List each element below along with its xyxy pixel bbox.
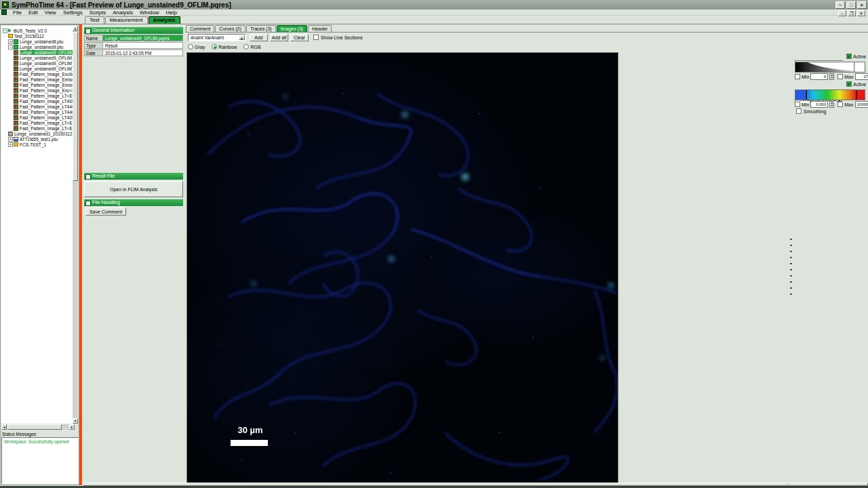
scroll-down-icon[interactable]: ▼ — [73, 418, 78, 424]
menu-settings[interactable]: Settings — [60, 9, 86, 16]
lifetime-max-marker[interactable] — [856, 90, 857, 100]
tree-item-label: Test_20150112 — [14, 34, 44, 39]
tree-item[interactable]: +Lunge_unstained8.ptu — [1, 39, 75, 44]
tree-item[interactable]: +FCS-TEST_1 — [1, 142, 75, 147]
show-line-sections-checkbox[interactable] — [313, 35, 319, 40]
save-comment-button[interactable]: Save Comment — [85, 207, 126, 216]
tree-expander-icon[interactable]: + — [8, 142, 13, 147]
scroll-right-icon[interactable]: ► — [69, 424, 75, 430]
tree-item[interactable]: Fast_Pattern_Image_LT440.p — [1, 104, 75, 109]
maximize-icon[interactable]: □ — [846, 1, 856, 9]
menu-file[interactable]: File — [9, 9, 25, 16]
tree-item-label: Lunge_unstained9_OFLIM_1. — [20, 56, 75, 60]
radio-gray[interactable]: Gray — [188, 44, 205, 49]
ptu-icon — [14, 39, 18, 44]
tree-item[interactable]: Test_20150112 — [1, 33, 75, 39]
tree-horizontal-scrollbar[interactable]: ◄ ► — [1, 424, 75, 430]
radio-rgb[interactable]: RGB — [243, 44, 260, 49]
radio-icon[interactable] — [212, 44, 217, 49]
events-min-checkbox[interactable] — [795, 74, 800, 79]
events-max-checkbox[interactable] — [837, 74, 843, 79]
lifetime-active-checkbox[interactable]: ✓ — [846, 81, 852, 87]
tree-item[interactable]: Fast_Pattern_Image_Emissio — [1, 82, 75, 87]
tree-item[interactable]: Fast_Pattern_Image_LT405<E — [1, 115, 75, 120]
title-bar: SymPhoTime 64 - [Fast Preview of Lunge_u… — [0, 0, 868, 9]
tree-item-label: Fast_Pattern_Image_Emissio — [20, 83, 75, 87]
tree-expander-icon[interactable]: + — [8, 39, 13, 44]
clear-button[interactable]: Clear — [290, 34, 309, 41]
tree-item-label: FCS-TEST_1 — [20, 142, 46, 147]
general-information-header[interactable]: General Information — [84, 27, 183, 34]
result-icon — [14, 61, 18, 66]
lifetime-max-checkbox[interactable] — [837, 102, 843, 107]
scroll-left-icon[interactable]: ◄ — [1, 424, 7, 430]
tree-item-label: ATTO655_test1.ptu — [20, 137, 58, 142]
tree-item[interactable]: Fast_Pattern_Image_Emissio — [1, 77, 75, 82]
hscroll-thumb[interactable] — [7, 424, 62, 430]
mdi-minimize-icon[interactable]: ─ — [838, 10, 846, 16]
tree-item[interactable]: Fast_Pattern_Image_LT<Em< — [1, 125, 75, 131]
status-messages-label: Status Messages: — [2, 432, 37, 436]
tree-item[interactable]: Fast_Pattern_Image_LT440<E — [1, 109, 75, 115]
tree-item[interactable]: Fast_Pattern_Image_LT<Em_ — [1, 93, 75, 98]
mdi-restore-icon[interactable]: ❐ — [848, 10, 856, 16]
pattern-dropdown[interactable]: AnaInt VarAnaInt ▼ — [188, 34, 246, 41]
radio-label: Rainbow — [218, 45, 237, 49]
lifetime-min-marker[interactable] — [806, 90, 807, 100]
tree-item[interactable]: Fast_Pattern_Image_Excitatio — [1, 71, 75, 77]
events-max-input[interactable]: 276 — [855, 73, 868, 80]
tree-item[interactable]: Fast_Pattern_Image_LT<Exc. — [1, 120, 75, 125]
tree-expander-icon[interactable]: + — [8, 137, 13, 142]
vscroll-thumb[interactable] — [73, 32, 78, 181]
add-all-button[interactable]: Add all — [270, 34, 288, 41]
radio-icon[interactable] — [243, 44, 249, 49]
add-button[interactable]: Add — [250, 34, 268, 41]
tree-item[interactable]: −Lunge_unstained9.ptu — [1, 44, 75, 49]
lifetime-max-input[interactable]: 100000 — [855, 101, 868, 108]
smoothing-checkbox[interactable] — [796, 108, 802, 114]
chevron-down-icon[interactable]: ▼ — [239, 35, 245, 40]
tree-item[interactable]: −BUS_Tests_V2.0 — [1, 28, 75, 33]
lifetime-min-input[interactable]: 0.000 — [810, 101, 828, 108]
radio-icon[interactable] — [188, 44, 193, 49]
panel-splitter-handle[interactable] — [790, 239, 792, 300]
lifetime-min-checkbox[interactable] — [795, 102, 800, 107]
radio-rainbow[interactable]: Rainbow — [212, 44, 237, 49]
file-handling-header[interactable]: File Handling — [84, 199, 183, 206]
events-min-input[interactable]: 0 — [810, 73, 828, 80]
events-gradient-bar[interactable] — [795, 62, 865, 73]
events-active-checkbox[interactable]: ✓ — [846, 54, 852, 59]
minimize-icon[interactable]: ─ — [835, 1, 845, 9]
open-in-flim-analysis-button[interactable]: Open in FLIM Analysis — [84, 181, 183, 197]
menu-edit[interactable]: Edit — [25, 9, 41, 16]
menu-window[interactable]: Window — [136, 9, 162, 16]
tree-item[interactable]: Fast_Pattern_Image_LT405.p — [1, 98, 75, 104]
tree-item[interactable]: Lunge_unstained9_OFLIM_3. — [1, 66, 75, 71]
tree-item-label: Fast_Pattern_Image_LT405.p — [20, 99, 75, 104]
tree-item[interactable]: Lunge_unstained9_OFLIM.pq — [1, 49, 75, 55]
menu-help[interactable]: Help — [163, 9, 180, 16]
tree-item[interactable]: Fast_Pattern_Image_Exc<Em — [1, 87, 75, 93]
name-value: Lunge_unstained9_OFLIM.pqres — [103, 35, 183, 41]
panel-splitter[interactable] — [79, 24, 82, 485]
events-histogram — [795, 62, 865, 72]
menu-view[interactable]: View — [41, 9, 60, 16]
tree-expander-icon[interactable]: − — [3, 28, 7, 33]
menu-analysis[interactable]: Analysis — [109, 9, 136, 16]
menu-scripts[interactable]: Scripts — [86, 9, 109, 16]
scroll-up-icon[interactable]: ▲ — [73, 26, 78, 31]
close-icon[interactable]: ✕ — [857, 1, 867, 9]
tree-vertical-scrollbar[interactable]: ▲ ▼ — [73, 26, 78, 424]
lifetime-min-stepper[interactable]: ▲▼ — [829, 101, 834, 108]
mdi-close-icon[interactable]: ✕ — [857, 10, 865, 16]
lifetime-gradient-bar[interactable] — [795, 89, 865, 100]
date-value: 2015-01-12 2:43:05 PM — [103, 49, 183, 56]
tree-item[interactable]: Lunge_unstained9_OFLIM_2. — [1, 60, 75, 66]
result-icon — [14, 99, 18, 104]
result-file-header[interactable]: Result File — [84, 173, 183, 180]
tree-item[interactable]: Lunge_unstained9_OFLIM_1. — [1, 55, 75, 60]
tree-item[interactable]: Lunge_unstained1_20150112_17 — [1, 131, 75, 136]
events-min-stepper[interactable]: ▲▼ — [829, 73, 834, 80]
tree-item[interactable]: +ATTO655_test1.ptu — [1, 136, 75, 142]
tree-expander-icon[interactable]: − — [8, 45, 13, 49]
